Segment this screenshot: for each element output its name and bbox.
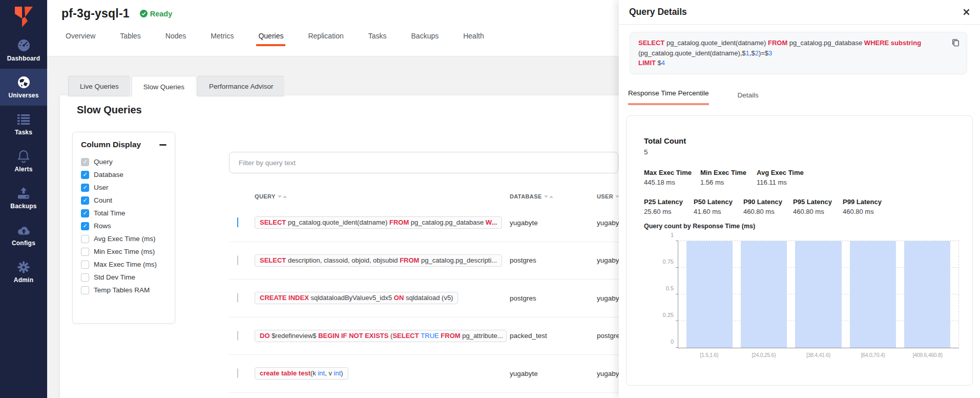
stat: P25 Latency25.60 ms xyxy=(644,198,694,215)
query-text-pill[interactable]: SELECT pg_catalog.quote_ident(datname) F… xyxy=(255,216,502,229)
tab-overview[interactable]: Overview xyxy=(53,28,108,46)
close-icon[interactable] xyxy=(963,9,970,15)
database-cell: postgres xyxy=(510,294,597,302)
checkbox-icon[interactable] xyxy=(81,273,89,282)
status-label: Ready xyxy=(150,10,173,18)
subtab-performance-advisor[interactable]: Performance Advisor xyxy=(197,76,284,96)
query-text-pill[interactable]: create table test(k int, v int) xyxy=(255,367,348,380)
sidebar-item-label: Universes xyxy=(8,92,38,99)
query-sql-box: SELECT pg_catalog.quote_ident(datname) F… xyxy=(630,32,967,74)
yugabyte-logo[interactable] xyxy=(0,0,47,32)
response-time-chart: 00.250.50.751 [1.5,1.6)[24.0,25.6)[38.4,… xyxy=(678,241,959,348)
tab-metrics[interactable]: Metrics xyxy=(198,28,246,46)
database-cell: packed_test xyxy=(510,332,597,340)
stat: P50 Latency41.60 ms xyxy=(694,198,743,215)
query-text-pill[interactable]: SELECT description, classoid, objoid, ob… xyxy=(255,254,502,267)
query-details-panel: Query Details SELECT pg_catalog.quote_id… xyxy=(619,0,980,398)
checkbox-icon[interactable] xyxy=(81,248,89,256)
tasks-icon xyxy=(17,112,30,126)
sidebar-item-label: Configs xyxy=(12,240,35,247)
y-tick-label: 0.75 xyxy=(663,258,674,265)
query-text-pill[interactable]: DO $redefineview$ BEGIN IF NOT EXISTS (S… xyxy=(255,330,507,342)
column-option-label: User xyxy=(94,184,109,191)
dashboard-icon xyxy=(17,38,31,52)
checkbox-icon[interactable] xyxy=(81,171,89,179)
details-tab-response-time-percentile[interactable]: Response Time Percentile xyxy=(628,89,709,105)
tab-backups[interactable]: Backups xyxy=(399,28,451,46)
sidebar-item-alerts[interactable]: Alerts xyxy=(0,143,47,180)
query-filter xyxy=(229,152,618,173)
row-checkbox[interactable] xyxy=(237,255,238,265)
sidebar-item-backups[interactable]: Backups xyxy=(0,180,47,216)
check-circle-icon xyxy=(140,10,148,17)
column-option-label: Database xyxy=(94,171,123,178)
column-option-user: User xyxy=(81,181,166,194)
sidebar-item-label: Alerts xyxy=(14,166,32,173)
tab-tasks[interactable]: Tasks xyxy=(356,28,399,46)
column-option-std-dev-time: Std Dev Time xyxy=(81,271,166,284)
column-display-title: Column Display xyxy=(81,140,141,149)
x-tick-label: [24.0,25.6) xyxy=(737,352,791,358)
query-sql-text: SELECT pg_catalog.quote_ident(datname) F… xyxy=(638,38,943,68)
copy-icon[interactable] xyxy=(951,38,960,50)
alerts-icon xyxy=(17,149,30,163)
database-cell: yugabyte xyxy=(510,219,597,227)
column-option-label: Avg Exec Time (ms) xyxy=(94,235,156,243)
row-checkbox[interactable] xyxy=(237,217,238,227)
sort-icons xyxy=(278,195,287,198)
collapse-minus-icon[interactable] xyxy=(159,144,166,146)
checkbox-icon[interactable] xyxy=(81,158,89,166)
checkbox-icon[interactable] xyxy=(81,209,89,217)
row-checkbox[interactable] xyxy=(237,368,238,378)
sidebar-item-dashboard[interactable]: Dashboard xyxy=(0,32,47,69)
sidebar-item-label: Dashboard xyxy=(7,55,40,62)
stat: Min Exec Time1.56 ms xyxy=(700,169,757,186)
row-checkbox[interactable] xyxy=(237,293,238,303)
query-filter-input[interactable] xyxy=(229,152,618,173)
column-header-query[interactable]: QUERY xyxy=(255,193,510,200)
tab-tables[interactable]: Tables xyxy=(108,28,153,46)
column-display-options: QueryDatabaseUserCountTotal TimeRowsAvg … xyxy=(81,155,166,296)
column-option-label: Std Dev Time xyxy=(94,273,135,281)
checkbox-icon[interactable] xyxy=(81,286,89,294)
slow-queries-heading: Slow Queries xyxy=(77,104,142,116)
sidebar-item-tasks[interactable]: Tasks xyxy=(0,106,47,143)
sidebar-item-admin[interactable]: Admin xyxy=(0,253,47,290)
column-header-database[interactable]: DATABASE xyxy=(510,193,597,200)
app-window: DashboardUniversesTasksAlertsBackupsConf… xyxy=(0,0,980,398)
query-text-pill[interactable]: CREATE INDEX sqldataloadByValuev5_idx5 O… xyxy=(255,292,458,304)
subtab-slow-queries[interactable]: Slow Queries xyxy=(132,76,196,97)
x-tick-label: [38.4,41.6) xyxy=(791,352,846,358)
query-subtabs: Live QueriesSlow QueriesPerformance Advi… xyxy=(68,76,286,97)
tab-health[interactable]: Health xyxy=(451,28,496,46)
row-checkbox[interactable] xyxy=(237,331,238,341)
column-option-label: Rows xyxy=(94,222,111,230)
chart-title: Query count by Response Time (ms) xyxy=(644,223,755,230)
stat: P99 Latency460.80 ms xyxy=(843,198,892,215)
sidebar: DashboardUniversesTasksAlertsBackupsConf… xyxy=(0,0,47,398)
checkbox-icon[interactable] xyxy=(81,261,89,269)
details-tab-details[interactable]: Details xyxy=(738,91,759,105)
column-option-label: Total Time xyxy=(94,209,126,217)
column-option-label: Min Exec Time (ms) xyxy=(94,248,155,255)
chart-x-axis-labels: [1.5,1.6)[24.0,25.6)[38.4,41.6)[64.0,70.… xyxy=(678,352,959,358)
query-details-title: Query Details xyxy=(629,7,687,17)
checkbox-icon[interactable] xyxy=(81,222,89,230)
database-cell: postgres xyxy=(510,256,597,264)
chart-bar xyxy=(741,241,787,348)
tab-nodes[interactable]: Nodes xyxy=(153,28,198,46)
sidebar-item-label: Backups xyxy=(10,203,36,210)
sidebar-item-configs[interactable]: Configs xyxy=(0,216,47,253)
checkbox-icon[interactable] xyxy=(81,196,89,205)
checkbox-icon[interactable] xyxy=(81,184,89,192)
tab-queries[interactable]: Queries xyxy=(246,28,296,46)
chart-bar xyxy=(904,241,950,348)
column-option-rows: Rows xyxy=(81,220,166,232)
admin-icon xyxy=(17,260,30,274)
subtab-live-queries[interactable]: Live Queries xyxy=(68,76,130,96)
column-option-query: Query xyxy=(81,155,166,168)
tab-replication[interactable]: Replication xyxy=(296,28,356,46)
total-count-label: Total Count xyxy=(644,136,686,145)
checkbox-icon[interactable] xyxy=(81,235,89,243)
sidebar-item-universes[interactable]: Universes xyxy=(0,69,47,106)
